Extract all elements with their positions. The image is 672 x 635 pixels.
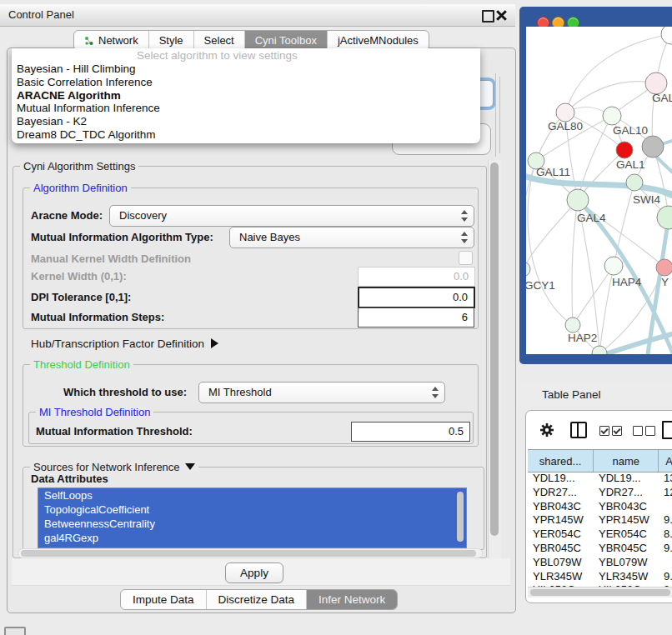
list-item[interactable]: TopologicalCoefficient <box>38 502 466 517</box>
network-node[interactable] <box>592 346 607 354</box>
dropdown-item[interactable]: Dream8 DC_TDC Algorithm <box>12 128 480 142</box>
network-node[interactable] <box>656 259 672 276</box>
table-cell[interactable]: YER054C <box>594 528 659 542</box>
node-label: GCY1 <box>526 279 555 292</box>
manual-kernel-checkbox[interactable] <box>459 251 473 265</box>
table-cell[interactable]: 9. <box>659 570 672 584</box>
network-edge <box>605 333 672 354</box>
table-cell[interactable]: YBR043C <box>528 500 594 514</box>
column-header-name[interactable]: name <box>594 450 659 472</box>
dropdown-item[interactable]: Bayesian - Hill Climbing <box>12 62 480 76</box>
network-node[interactable] <box>603 107 621 125</box>
list-scrollbar-thumb[interactable] <box>457 492 464 542</box>
table-cell[interactable]: YPR145W <box>594 513 659 528</box>
which-threshold-select[interactable]: MI Threshold <box>198 382 445 403</box>
settings-vertical-scrollbar[interactable] <box>488 160 501 558</box>
table-row[interactable]: YBL079WYBL079W <box>528 556 672 570</box>
table-cell[interactable]: 9. <box>659 542 672 556</box>
network-node[interactable] <box>626 174 643 191</box>
network-node[interactable] <box>565 318 580 332</box>
tab-network[interactable]: Network <box>74 31 149 50</box>
network-node[interactable] <box>604 257 623 275</box>
table-cell[interactable]: YDR27... <box>594 486 659 500</box>
table-row[interactable]: YBR043CYBR043C <box>528 500 672 514</box>
network-node[interactable] <box>642 136 664 158</box>
unchecked-box-icon[interactable] <box>633 426 643 436</box>
hub-definition-toggle[interactable]: Hub/Transcription Factor Definition <box>31 338 218 350</box>
float-window-icon[interactable] <box>482 10 494 22</box>
table-cell[interactable]: YDR27... <box>528 486 594 500</box>
table-cell[interactable]: 8. <box>659 528 672 542</box>
settings-horizontal-scrollbar[interactable] <box>18 548 483 558</box>
network-canvas[interactable]: GALGAL80GAL10GAL1GAL11SWI4GAL4GCY1HAP4YH… <box>526 27 672 354</box>
column-header-partial[interactable]: A <box>659 450 672 472</box>
network-node[interactable] <box>556 103 574 122</box>
list-item[interactable]: gal4RGexp <box>38 531 466 545</box>
table-row[interactable]: YDR27...YDR27...12 <box>528 486 672 500</box>
kernel-width-input[interactable]: 0.0 <box>358 267 475 287</box>
checked-box-icon[interactable] <box>599 426 609 436</box>
tab-infer-network[interactable]: Infer Network <box>307 590 397 609</box>
network-node[interactable] <box>657 206 672 229</box>
apply-button[interactable]: Apply <box>225 562 283 583</box>
table-cell[interactable]: YBL079W <box>528 556 594 570</box>
scrollbar-thumb[interactable] <box>530 589 670 596</box>
table-cell[interactable] <box>659 500 672 514</box>
page-icon[interactable] <box>662 421 672 439</box>
mi-steps-input[interactable]: 6 <box>358 308 474 328</box>
tab-jactivemnodules[interactable]: jActiveMNodules <box>328 31 429 50</box>
tab-select[interactable]: Select <box>194 31 245 50</box>
table-cell[interactable]: YBR043C <box>594 500 659 514</box>
dpi-tolerance-input[interactable]: 0.0 <box>358 287 475 308</box>
dropdown-item[interactable]: Basic Correlation Inference <box>12 76 480 89</box>
table-row[interactable]: YDL19...YDL19...13 <box>528 472 672 486</box>
table-row[interactable]: YPR145WYPR145W9. <box>528 513 672 528</box>
table-cell[interactable]: 13 <box>659 472 672 486</box>
scrollbar-thumb[interactable] <box>21 550 476 557</box>
list-item[interactable]: BetweennessCentrality <box>38 517 466 531</box>
minimized-panel-icon[interactable] <box>4 627 26 635</box>
table-cell[interactable]: YLR345W <box>594 570 659 584</box>
close-icon[interactable] <box>496 10 505 19</box>
table-row[interactable]: YBR045CYBR045C9. <box>528 542 672 556</box>
table-cell[interactable]: 9. <box>659 513 672 528</box>
network-view-window[interactable]: GALGAL80GAL10GAL1GAL11SWI4GAL4GCY1HAP4YH… <box>519 7 672 364</box>
table-row[interactable]: YLR345WYLR345W9. <box>528 570 672 584</box>
network-node[interactable] <box>526 262 530 277</box>
table-horizontal-scrollbar[interactable] <box>528 587 672 598</box>
tab-style[interactable]: Style <box>149 31 194 50</box>
dropdown-item-selected[interactable]: ARACNE Algorithm <box>12 89 480 102</box>
table-cell[interactable]: YDL19... <box>528 472 594 486</box>
tab-impute-data[interactable]: Impute Data <box>121 590 207 609</box>
table-cell[interactable]: YLR345W <box>528 570 594 584</box>
network-node[interactable] <box>616 142 633 158</box>
data-attributes-list[interactable]: SelfLoops TopologicalCoefficient Between… <box>38 488 467 548</box>
list-item[interactable]: SelfLoops <box>38 488 466 502</box>
table-cell[interactable]: 12 <box>659 486 672 500</box>
table-cell[interactable]: YPR145W <box>528 513 594 528</box>
table-cell[interactable]: YBL079W <box>594 556 659 570</box>
table-row[interactable]: YER054CYER054C8. <box>528 528 672 542</box>
table-cell[interactable]: YBR045C <box>594 542 659 556</box>
dropdown-item[interactable]: Bayesian - K2 <box>12 115 480 128</box>
table-cell[interactable] <box>659 556 672 570</box>
table-cell[interactable]: YDL19... <box>594 472 659 486</box>
table-cell[interactable]: YBR045C <box>528 542 594 556</box>
tab-discretize-data[interactable]: Discretize Data <box>207 590 308 609</box>
mi-type-select[interactable]: Naive Bayes <box>229 227 474 248</box>
data-attributes-label: Data Attributes <box>31 472 108 485</box>
split-panel-icon[interactable] <box>570 422 587 438</box>
mi-threshold-input[interactable]: 0.5 <box>351 422 470 442</box>
sources-legend[interactable]: Sources for Network Inference <box>30 461 198 473</box>
tab-cyni-toolbox[interactable]: Cyni Toolbox <box>245 31 328 50</box>
gear-icon[interactable] <box>539 422 554 438</box>
checked-box-icon[interactable] <box>612 426 622 436</box>
network-node[interactable] <box>661 27 672 44</box>
dropdown-item[interactable]: Mutual Information Inference <box>12 102 480 115</box>
table-cell[interactable]: YER054C <box>528 528 594 542</box>
column-header-shared-name[interactable]: shared... <box>528 450 594 472</box>
network-node[interactable] <box>567 189 589 211</box>
unchecked-box-icon[interactable] <box>645 426 655 436</box>
aracne-mode-select[interactable]: Discovery <box>109 205 474 227</box>
scrollbar-thumb[interactable] <box>490 162 499 536</box>
